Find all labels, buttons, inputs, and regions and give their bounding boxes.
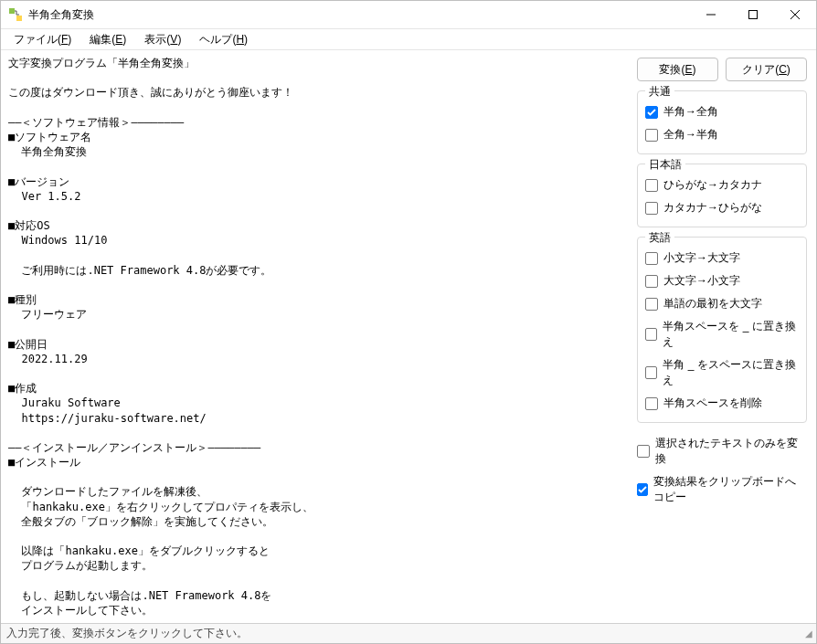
- option-katakana-to-hiragana[interactable]: カタカナ→ひらがな: [645, 196, 799, 219]
- svg-rect-3: [749, 11, 758, 19]
- group-japanese: 日本語 ひらがな→カタカナ カタカナ→ひらがな: [637, 164, 807, 227]
- group-english: 英語 小文字→大文字 大文字→小文字 単語の最初を大文字 半角スペースを _ に…: [637, 237, 807, 423]
- checkbox-label: 半角スペースを _ に置き換え: [663, 319, 799, 350]
- option-underscore-to-space[interactable]: 半角 _ をスペースに置き換え: [645, 354, 799, 392]
- status-text: 入力完了後、変換ボタンをクリックして下さい。: [6, 626, 248, 641]
- clear-button[interactable]: クリア(C): [726, 58, 807, 81]
- sidebar: 変換(E) クリア(C) 共通 半角→全角 全角→半角 日本語 ひらがな→カ: [631, 50, 814, 621]
- menu-view[interactable]: 表示(V): [135, 30, 190, 49]
- checkbox-icon[interactable]: [645, 106, 658, 119]
- app-icon: [8, 7, 23, 22]
- option-lower-to-upper[interactable]: 小文字→大文字: [645, 247, 799, 269]
- checkbox-icon[interactable]: [637, 483, 648, 496]
- content-area: 変換(E) クリア(C) 共通 半角→全角 全角→半角 日本語 ひらがな→カ: [1, 50, 816, 623]
- checkbox-label: 半角→全角: [663, 104, 718, 120]
- minimize-button[interactable]: [690, 1, 732, 28]
- checkbox-icon[interactable]: [645, 275, 658, 288]
- option-space-to-underscore[interactable]: 半角スペースを _ に置き換え: [645, 315, 799, 354]
- convert-button[interactable]: 変換(E): [637, 58, 718, 81]
- extra-options: 選択されたテキストのみを変換 変換結果をクリップボードへコピー: [637, 432, 807, 509]
- group-common: 共通 半角→全角 全角→半角: [637, 90, 807, 154]
- option-remove-spaces[interactable]: 半角スペースを削除: [645, 392, 799, 415]
- checkbox-label: 変換結果をクリップボードへコピー: [653, 474, 807, 505]
- action-buttons: 変換(E) クリア(C): [637, 58, 807, 81]
- svg-rect-0: [9, 8, 15, 14]
- checkbox-label: ひらがな→カタカナ: [663, 177, 762, 193]
- resize-grip-icon[interactable]: ◢: [805, 628, 811, 639]
- checkbox-icon[interactable]: [645, 179, 658, 192]
- checkbox-icon[interactable]: [645, 298, 658, 311]
- option-hankaku-to-zenkaku[interactable]: 半角→全角: [645, 100, 799, 123]
- menu-help[interactable]: ヘルプ(H): [190, 30, 257, 49]
- checkbox-label: 選択されたテキストのみを変換: [655, 436, 807, 467]
- checkbox-icon[interactable]: [645, 328, 657, 341]
- svg-rect-1: [16, 16, 22, 21]
- title-bar[interactable]: 半角全角変換: [1, 1, 816, 28]
- checkbox-label: 単語の最初を大文字: [663, 296, 762, 311]
- group-common-title: 共通: [645, 84, 674, 100]
- checkbox-label: 全角→半角: [663, 127, 718, 143]
- option-upper-to-lower[interactable]: 大文字→小文字: [645, 269, 799, 292]
- checkbox-icon[interactable]: [645, 129, 658, 142]
- checkbox-label: 半角スペースを削除: [663, 396, 762, 411]
- option-hiragana-to-katakana[interactable]: ひらがな→カタカナ: [645, 174, 799, 196]
- option-zenkaku-to-hankaku[interactable]: 全角→半角: [645, 123, 799, 146]
- group-english-title: 英語: [645, 230, 674, 246]
- checkbox-icon[interactable]: [645, 202, 658, 215]
- maximize-button[interactable]: [732, 1, 774, 28]
- checkbox-icon[interactable]: [645, 252, 658, 265]
- checkbox-label: 小文字→大文字: [663, 250, 740, 266]
- checkbox-label: カタカナ→ひらがな: [663, 200, 762, 216]
- group-japanese-title: 日本語: [645, 157, 685, 173]
- checkbox-label: 半角 _ をスペースに置き換え: [663, 357, 799, 388]
- option-selected-only[interactable]: 選択されたテキストのみを変換: [637, 432, 807, 470]
- menu-bar: ファイル(F) 編集(E) 表示(V) ヘルプ(H): [1, 28, 816, 50]
- status-bar: 入力完了後、変換ボタンをクリックして下さい。 ◢: [1, 623, 816, 643]
- checkbox-label: 大文字→小文字: [663, 273, 740, 289]
- checkbox-icon[interactable]: [645, 366, 657, 379]
- menu-file[interactable]: ファイル(F): [5, 30, 80, 49]
- app-window: 半角全角変換 ファイル(F) 編集(E) 表示(V) ヘルプ(H) 変換(E) …: [0, 0, 817, 644]
- checkbox-icon[interactable]: [645, 397, 658, 410]
- option-capitalize[interactable]: 単語の最初を大文字: [645, 292, 799, 315]
- option-copy-clipboard[interactable]: 変換結果をクリップボードへコピー: [637, 470, 807, 509]
- menu-edit[interactable]: 編集(E): [80, 30, 135, 49]
- window-title: 半角全角変換: [28, 7, 94, 23]
- main-text-area[interactable]: [3, 50, 631, 621]
- close-button[interactable]: [774, 1, 816, 28]
- checkbox-icon[interactable]: [637, 445, 650, 458]
